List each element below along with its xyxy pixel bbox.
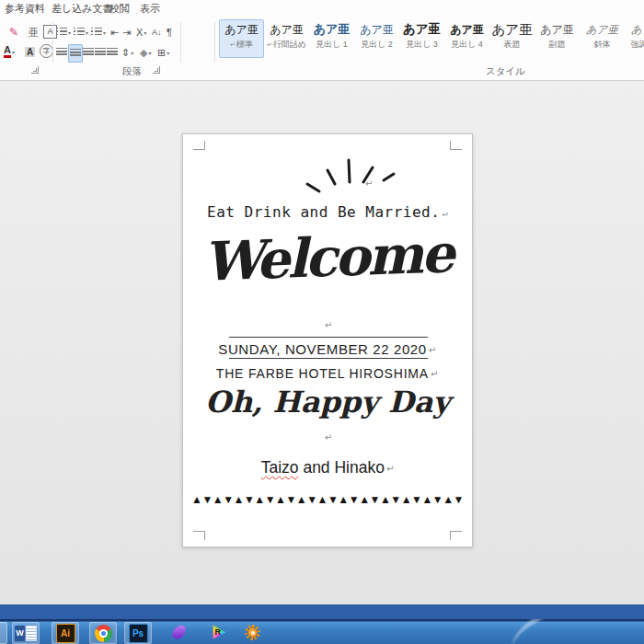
style-subtitle[interactable]: あア亜 副題 [535, 19, 580, 58]
photoshop-icon: Ps [129, 624, 148, 643]
style-heading2[interactable]: あア亜 見出し 2 [354, 19, 399, 58]
tab-references[interactable]: 参考資料 [5, 2, 45, 16]
style-label: 副題 [535, 39, 579, 50]
dropdown-icon: ▾ [86, 29, 88, 36]
style-label: ↵行間詰め [265, 39, 308, 51]
sort-button[interactable]: A↓ [152, 25, 162, 40]
align-right-button[interactable] [83, 45, 94, 60]
style-label: 見出し 1 [310, 39, 353, 50]
illustrator-icon: Ai [56, 624, 75, 643]
pilcrow-icon: ¶ [167, 27, 172, 38]
highlight-color-button[interactable]: ✎ [9, 25, 18, 40]
align-center-icon [70, 49, 81, 58]
asian-layout-button[interactable]: X ▾ [136, 25, 146, 40]
justify-icon [95, 48, 106, 57]
style-label: 見出し 2 [355, 39, 398, 50]
tab-mailings[interactable]: 差し込み文書 [52, 2, 113, 16]
couple-names-text[interactable]: Taizo and Hinako↵ [183, 458, 472, 477]
margin-mark-top-right [450, 141, 462, 150]
multilevel-list-button[interactable]: ▾ [91, 25, 106, 40]
style-heading4[interactable]: あア亜 見出し 4 [444, 19, 489, 58]
taskbar-gear-app-button[interactable] [239, 622, 265, 642]
style-normal[interactable]: あア亜 ↵標準 [219, 19, 264, 58]
style-label: ↵標準 [220, 39, 263, 51]
style-sample: あア亜 [220, 20, 263, 39]
style-sample: あア亜 [445, 20, 489, 39]
increase-indent-button[interactable]: ⇥ [122, 25, 131, 40]
return-mark-icon: ↵ [429, 345, 437, 355]
numbered-list-icon [74, 28, 85, 37]
styles-group-label: スタイル [486, 65, 525, 78]
align-left-button[interactable] [56, 45, 67, 60]
justify-button[interactable] [95, 45, 106, 60]
style-sample: あア亜 [535, 20, 579, 39]
align-left-icon [56, 48, 67, 57]
dropdown-icon: ▾ [103, 29, 106, 36]
decrease-indent-icon: ⇤ [110, 27, 119, 39]
happy-day-script-text[interactable]: Oh, Happy Day [183, 385, 472, 420]
character-shading-icon: A [25, 47, 35, 57]
align-center-button[interactable] [68, 44, 83, 63]
distribute-button[interactable] [107, 45, 118, 60]
taskbar-word-button[interactable]: W [12, 622, 40, 644]
increase-indent-icon: ⇥ [122, 27, 131, 39]
paint-bucket-icon: ◆ [140, 47, 147, 59]
desktop-wallpaper-strip [0, 604, 644, 619]
decrease-indent-button[interactable]: ⇤ [110, 25, 119, 40]
margin-mark-top-left [193, 141, 205, 150]
style-intense-emphasis[interactable]: あア亜 強調斜体 [625, 19, 644, 58]
tagline-text[interactable]: Eat Drink and Be Married.↵ [183, 203, 472, 221]
taskbar-photoshop-button[interactable]: Ps [124, 622, 152, 644]
style-no-spacing[interactable]: あア亜 ↵行間詰め [264, 19, 309, 58]
style-heading3[interactable]: あア亜 見出し 3 [399, 19, 444, 58]
return-mark-icon: ↵ [365, 178, 373, 189]
style-label: 強調斜体 [626, 39, 644, 50]
taskbar-chrome-button[interactable] [89, 622, 117, 644]
ruby-button[interactable]: 亜 [29, 25, 39, 40]
paragraph-dialog-launcher[interactable] [153, 66, 160, 74]
return-mark-icon: ↵ [386, 464, 394, 474]
sort-icon: A↓ [152, 28, 162, 37]
tab-view[interactable]: 表示 [140, 2, 160, 16]
distribute-icon [107, 48, 118, 57]
page[interactable]: ↵ Eat Drink and Be Married.↵ Welcome ↵ S… [182, 133, 473, 547]
date-text[interactable]: SUNDAY, NOVEMBER 22 2020↵ [183, 341, 472, 357]
enclose-characters-button[interactable]: A [43, 24, 57, 39]
purple-flame-icon [170, 623, 186, 640]
font-dialog-launcher[interactable] [31, 66, 39, 74]
taskbar-purple-app-button[interactable] [166, 622, 191, 642]
spellcheck-underlined-word[interactable]: Taizo [261, 458, 299, 477]
numbered-list-button[interactable]: ▾ [74, 25, 88, 40]
welcome-script-text[interactable]: Welcome [182, 222, 473, 294]
rainbow-triangle-icon: R [212, 625, 227, 640]
font-color-button[interactable]: A ▾ [4, 44, 15, 59]
shading-button[interactable]: ◆ ▾ [140, 45, 151, 60]
dropdown-icon: ▾ [148, 50, 151, 56]
style-emphasis[interactable]: あア亜 斜体 [580, 19, 625, 58]
word-document-icon [26, 626, 37, 641]
bullet-list-button[interactable]: ▾ [56, 25, 71, 40]
taskbar-partial-app-button[interactable] [0, 622, 7, 644]
font-color-icon: A [4, 45, 11, 58]
formatting-marks-button[interactable]: ¶ [167, 25, 172, 40]
style-sample: あア亜 [400, 20, 443, 39]
enclose-circle-button[interactable]: 字 [40, 43, 53, 58]
style-sample: あア亜 [490, 20, 534, 39]
venue-text[interactable]: THE FARBE HOTEL HIROSHIMA↵ [183, 366, 472, 381]
chrome-icon [95, 625, 112, 642]
character-shading-button[interactable]: A [25, 44, 35, 59]
dropdown-icon: ▾ [131, 50, 133, 56]
style-sample: あア亜 [310, 20, 353, 39]
dropdown-icon: ▾ [144, 29, 146, 36]
taskbar-r-app-button[interactable]: R [206, 622, 232, 642]
taskbar-illustrator-button[interactable]: Ai [52, 622, 79, 644]
style-sample: あア亜 [265, 20, 308, 39]
line-spacing-button[interactable]: ⇕ ▾ [121, 45, 133, 60]
style-heading1[interactable]: あア亜 見出し 1 [309, 19, 354, 58]
style-title[interactable]: あア亜 表題 [489, 19, 535, 58]
style-sample: あア亜 [581, 20, 624, 39]
word-window: 参考資料 差し込み文書 校閲 表示 ✎ 亜 A A ▾ A 字 ▾ [0, 0, 644, 644]
borders-button[interactable]: ⊞ ▾ [157, 45, 169, 60]
style-label: 見出し 3 [400, 39, 443, 50]
tab-review[interactable]: 校閲 [109, 2, 130, 16]
